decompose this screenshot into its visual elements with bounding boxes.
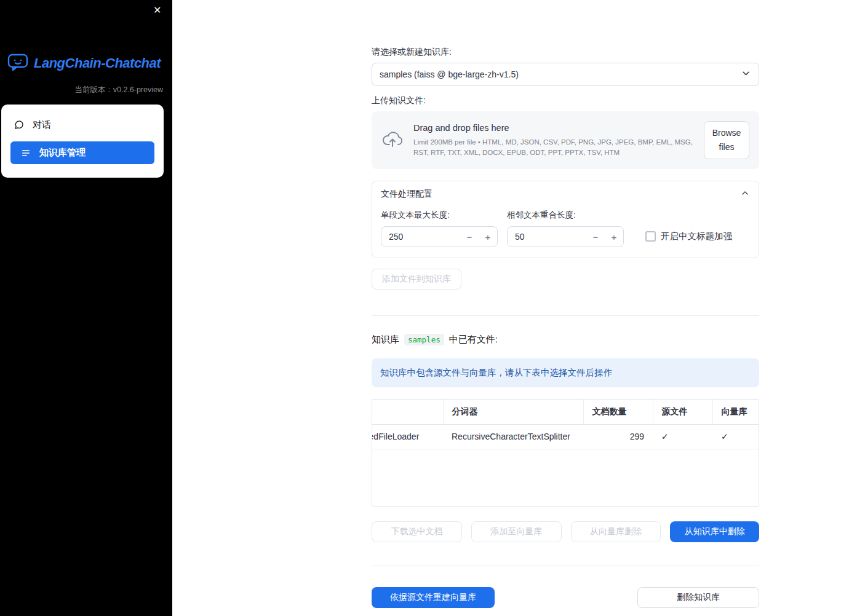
cell-loader: UnstructuredFileLoader <box>372 424 443 449</box>
browse-files-button[interactable]: Browse files <box>704 121 749 159</box>
kb-files-prefix: 知识库 <box>372 334 399 346</box>
app-title: LangChain-Chatchat <box>34 55 161 71</box>
version-label: 当前版本：v0.2.6-preview <box>74 85 163 95</box>
main-content: 请选择或新建知识库: samples (faiss @ bge-large-zh… <box>372 0 759 608</box>
max-length-increment-button[interactable]: + <box>479 227 497 247</box>
column-header-splitter[interactable]: 分词器 <box>443 400 583 424</box>
cell-source-file-check: ✓ <box>653 424 712 449</box>
add-files-to-kb-button[interactable]: 添加文件到知识库 <box>372 269 461 290</box>
cloud-upload-icon <box>381 131 404 150</box>
max-length-label: 单段文本最大长度: <box>381 210 498 221</box>
dropzone-text: Drag and drop files here Limit 200MB per… <box>413 123 694 157</box>
sidebar-item-dialogue[interactable]: 对话 <box>1 114 164 136</box>
kb-select[interactable]: samples (faiss @ bge-large-zh-v1.5) <box>372 63 759 86</box>
cell-splitter: RecursiveCharacterTextSplitter <box>443 424 583 449</box>
kb-files-heading: 知识库 samples 中已有文件: <box>372 334 759 346</box>
file-config-expander-header[interactable]: 文件处理配置 <box>372 181 759 204</box>
sidebar-nav: 对话 知识库管理 <box>1 105 164 178</box>
overlap-increment-button[interactable]: + <box>605 227 623 247</box>
file-dropzone[interactable]: Drag and drop files here Limit 200MB per… <box>372 111 759 169</box>
file-config-expander: 文件处理配置 单段文本最大长度: 250 − + 相邻文本重合长度: 50 <box>372 181 759 258</box>
column-header-loader[interactable]: 文档加载器 <box>372 400 443 424</box>
overlap-length-value: 50 <box>515 232 525 242</box>
bottom-actions: 依据源文件重建向量库 删除知识库 <box>372 587 759 608</box>
chevron-down-icon <box>741 68 751 81</box>
sidebar: ✕ LangChain-Chatchat 当前版本：v0.2.6-preview… <box>0 0 172 616</box>
kb-select-value: samples (faiss @ bge-large-zh-v1.5) <box>380 69 519 79</box>
overlap-length-label: 相邻文本重合长度: <box>507 210 624 221</box>
close-sidebar-icon[interactable]: ✕ <box>153 5 161 16</box>
file-config-title: 文件处理配置 <box>381 189 432 200</box>
table-header-row: 文档加载器 分词器 文档数量 源文件 向量库 <box>372 400 759 424</box>
divider <box>372 566 759 566</box>
dropzone-limit-text: Limit 200MB per file • HTML, MD, JSON, C… <box>413 137 694 157</box>
zh-title-checkbox[interactable] <box>645 231 656 242</box>
app-logo: LangChain-Chatchat <box>7 53 161 74</box>
max-length-input[interactable]: 250 − + <box>381 226 498 247</box>
sidebar-item-label: 知识库管理 <box>39 147 86 159</box>
kb-files-suffix: 中已有文件: <box>449 334 498 346</box>
overlap-decrement-button[interactable]: − <box>586 227 605 247</box>
column-header-source-file[interactable]: 源文件 <box>653 400 712 424</box>
chevron-up-icon <box>740 188 750 200</box>
sidebar-item-label: 对话 <box>33 119 51 131</box>
dropzone-title: Drag and drop files here <box>413 123 694 133</box>
kb-files-table: 文档加载器 分词器 文档数量 源文件 向量库 UnstructuredFileL… <box>372 399 759 507</box>
kb-select-label: 请选择或新建知识库: <box>372 47 759 58</box>
divider <box>372 315 759 316</box>
delete-kb-button[interactable]: 删除知识库 <box>637 587 759 608</box>
column-header-doc-count[interactable]: 文档数量 <box>583 400 653 424</box>
delete-from-vector-store-button[interactable]: 从向量库删除 <box>571 521 661 542</box>
rebuild-vector-store-button[interactable]: 依据源文件重建向量库 <box>372 587 495 608</box>
chat-bubble-icon <box>14 120 24 130</box>
zh-title-checkbox-label[interactable]: 开启中文标题加强 <box>661 231 732 242</box>
download-selected-button[interactable]: 下载选中文档 <box>372 521 462 542</box>
max-length-value: 250 <box>389 232 403 242</box>
cell-doc-count: 299 <box>583 424 653 449</box>
list-icon <box>21 148 31 158</box>
table-row[interactable]: UnstructuredFileLoader RecursiveCharacte… <box>372 424 759 449</box>
cell-vector-store-check: ✓ <box>712 424 759 449</box>
delete-from-kb-button[interactable]: 从知识库中删除 <box>670 521 759 542</box>
kb-name-code: samples <box>404 334 444 346</box>
table-actions: 下载选中文档 添加至向量库 从向量库删除 从知识库中删除 <box>372 521 759 542</box>
upload-label: 上传知识文件: <box>372 95 759 106</box>
zh-title-checkbox-row: 开启中文标题加强 <box>645 231 732 247</box>
add-to-vector-store-button[interactable]: 添加至向量库 <box>471 521 562 542</box>
info-banner: 知识库中包含源文件与向量库，请从下表中选择文件后操作 <box>372 358 759 387</box>
column-header-vector-store[interactable]: 向量库 <box>712 400 759 424</box>
sidebar-item-knowledge-base[interactable]: 知识库管理 <box>10 141 154 164</box>
overlap-length-input[interactable]: 50 − + <box>507 226 624 247</box>
chat-logo-icon <box>7 53 28 74</box>
max-length-decrement-button[interactable]: − <box>460 227 479 247</box>
file-config-body: 单段文本最大长度: 250 − + 相邻文本重合长度: 50 − + <box>372 204 759 258</box>
